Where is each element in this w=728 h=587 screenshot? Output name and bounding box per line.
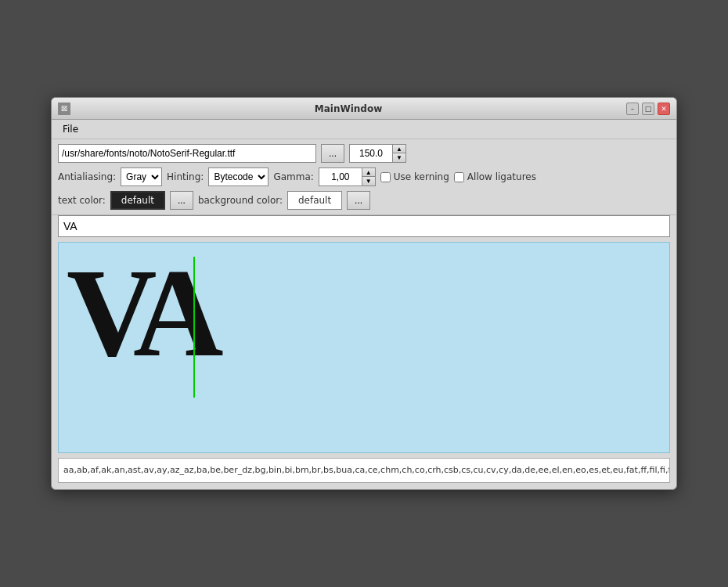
- allow-ligatures-checkbox[interactable]: [454, 172, 464, 182]
- gamma-up-button[interactable]: ▲: [362, 168, 375, 177]
- font-size-spinner: ▲ ▼: [349, 144, 406, 163]
- text-color-box[interactable]: default: [110, 191, 165, 210]
- cursor-line: [193, 257, 195, 398]
- menu-bar: File: [52, 120, 676, 139]
- gamma-input[interactable]: [319, 167, 362, 186]
- window-title: MainWindow: [315, 103, 383, 114]
- text-color-browse-button[interactable]: ...: [170, 191, 193, 210]
- use-kerning-checkbox[interactable]: [380, 172, 391, 182]
- font-size-spin-buttons: ▲ ▼: [392, 144, 406, 163]
- antialiasing-select[interactable]: Gray: [121, 167, 162, 186]
- main-window: ⊠ MainWindow – □ ✕ File ... ▲ ▼ A: [51, 97, 677, 490]
- font-size-up-button[interactable]: ▲: [393, 145, 405, 153]
- text-preview-input[interactable]: [58, 215, 670, 237]
- use-kerning-wrap: Use kerning: [380, 171, 449, 182]
- hinting-select[interactable]: Bytecode: [208, 167, 268, 186]
- gamma-label: Gamma:: [273, 171, 313, 182]
- background-color-browse-button[interactable]: ...: [347, 191, 370, 210]
- font-size-input[interactable]: [349, 144, 392, 163]
- background-color-label: background color:: [198, 195, 283, 206]
- antialiasing-select-wrap: Gray: [121, 167, 162, 186]
- title-bar-controls: – □ ✕: [626, 103, 670, 115]
- language-list: aa,ab,af,ak,an,ast,av,ay,az_az,ba,be,ber…: [58, 458, 670, 483]
- use-kerning-label: Use kerning: [394, 171, 449, 182]
- toolbar: ... ▲ ▼ Antialiasing: Gray Hinting: Byte…: [52, 139, 676, 215]
- antialiasing-label: Antialiasing:: [58, 171, 116, 182]
- minimize-button[interactable]: –: [626, 103, 639, 115]
- window-icon: ⊠: [58, 103, 70, 115]
- maximize-button[interactable]: □: [642, 103, 654, 115]
- hinting-label: Hinting:: [167, 171, 204, 182]
- background-color-box[interactable]: default: [287, 191, 342, 210]
- font-size-down-button[interactable]: ▼: [393, 153, 405, 162]
- gamma-down-button[interactable]: ▼: [362, 177, 375, 185]
- gamma-spinner: ▲ ▼: [319, 167, 376, 186]
- toolbar-row-3: text color: default ... background color…: [58, 191, 670, 210]
- toolbar-row-1: ... ▲ ▼: [58, 144, 670, 163]
- background-color-value: default: [298, 195, 331, 206]
- text-color-label: text color:: [58, 195, 106, 206]
- preview-area: VA: [58, 242, 670, 453]
- hinting-select-wrap: Bytecode: [208, 167, 268, 186]
- language-list-content: aa,ab,af,ak,an,ast,av,ay,az_az,ba,be,ber…: [63, 465, 670, 475]
- text-color-value: default: [121, 195, 154, 206]
- font-browse-button[interactable]: ...: [321, 144, 344, 163]
- font-path-input[interactable]: [58, 144, 316, 163]
- title-bar: ⊠ MainWindow – □ ✕: [52, 98, 676, 120]
- close-button[interactable]: ✕: [658, 103, 670, 115]
- allow-ligatures-wrap: Allow ligatures: [454, 171, 536, 182]
- gamma-spin-buttons: ▲ ▼: [362, 167, 376, 186]
- allow-ligatures-label: Allow ligatures: [467, 171, 536, 182]
- toolbar-row-2: Antialiasing: Gray Hinting: Bytecode Gam…: [58, 167, 670, 186]
- menu-file[interactable]: File: [58, 122, 83, 136]
